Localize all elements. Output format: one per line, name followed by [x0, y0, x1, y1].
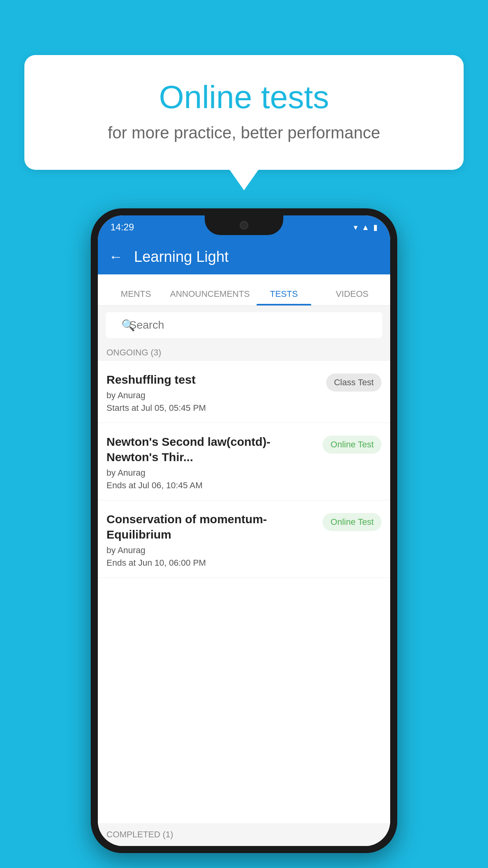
list-item[interactable]: Reshuffling test by Anurag Starts at Jul…: [98, 361, 390, 423]
tab-videos[interactable]: VIDEOS: [318, 289, 386, 305]
test-info: Newton's Second law(contd)-Newton's Thir…: [106, 434, 317, 491]
test-info: Reshuffling test by Anurag Starts at Jul…: [106, 372, 321, 413]
app-title: Learning Light: [134, 248, 229, 265]
app-header: ← Learning Light: [98, 239, 390, 274]
back-button[interactable]: ←: [109, 248, 123, 265]
ongoing-section-label: ONGOING (3): [98, 341, 390, 362]
signal-icon: ▲: [361, 223, 369, 232]
speech-bubble-container: Online tests for more practice, better p…: [24, 55, 464, 170]
test-time: Ends at Jun 10, 06:00 PM: [106, 558, 317, 568]
search-input[interactable]: [106, 312, 382, 338]
bubble-subtitle: for more practice, better performance: [52, 123, 436, 142]
completed-section-label: COMPLETED (1): [98, 823, 390, 846]
test-name: Newton's Second law(contd)-Newton's Thir…: [106, 434, 317, 465]
battery-icon: ▮: [373, 223, 378, 232]
front-camera: [240, 221, 248, 230]
status-badge: Class Test: [326, 373, 382, 392]
list-item[interactable]: Newton's Second law(contd)-Newton's Thir…: [98, 423, 390, 500]
test-name: Reshuffling test: [106, 372, 321, 387]
test-author: by Anurag: [106, 390, 321, 401]
phone-notch: [205, 215, 283, 235]
test-name: Conservation of momentum-Equilibrium: [106, 511, 317, 542]
tab-bar: MENTS ANNOUNCEMENTS TESTS VIDEOS: [98, 274, 390, 306]
test-time: Ends at Jul 06, 10:45 AM: [106, 480, 317, 491]
tab-announcements[interactable]: ANNOUNCEMENTS: [170, 289, 250, 305]
status-time: 14:29: [110, 222, 134, 233]
search-wrapper: 🔍: [106, 312, 382, 338]
status-badge: Online Test: [323, 513, 382, 531]
phone-screen: 14:29 ▾ ▲ ▮ ← Learning Light MENTS ANNOU…: [98, 215, 390, 846]
status-icons: ▾ ▲ ▮: [354, 223, 378, 232]
test-time: Starts at Jul 05, 05:45 PM: [106, 403, 321, 413]
speech-bubble: Online tests for more practice, better p…: [24, 55, 464, 170]
test-info: Conservation of momentum-Equilibrium by …: [106, 511, 317, 568]
search-container: 🔍: [98, 306, 390, 344]
status-badge: Online Test: [323, 436, 382, 454]
test-author: by Anurag: [106, 468, 317, 478]
tab-tests[interactable]: TESTS: [250, 289, 318, 305]
tab-ments[interactable]: MENTS: [102, 289, 170, 305]
tests-list: Reshuffling test by Anurag Starts at Jul…: [98, 361, 390, 846]
wifi-icon: ▾: [354, 223, 358, 232]
bubble-title: Online tests: [52, 79, 436, 116]
test-author: by Anurag: [106, 545, 317, 555]
list-item[interactable]: Conservation of momentum-Equilibrium by …: [98, 500, 390, 578]
phone-frame: 14:29 ▾ ▲ ▮ ← Learning Light MENTS ANNOU…: [91, 208, 397, 853]
search-icon: 🔍: [121, 319, 135, 332]
